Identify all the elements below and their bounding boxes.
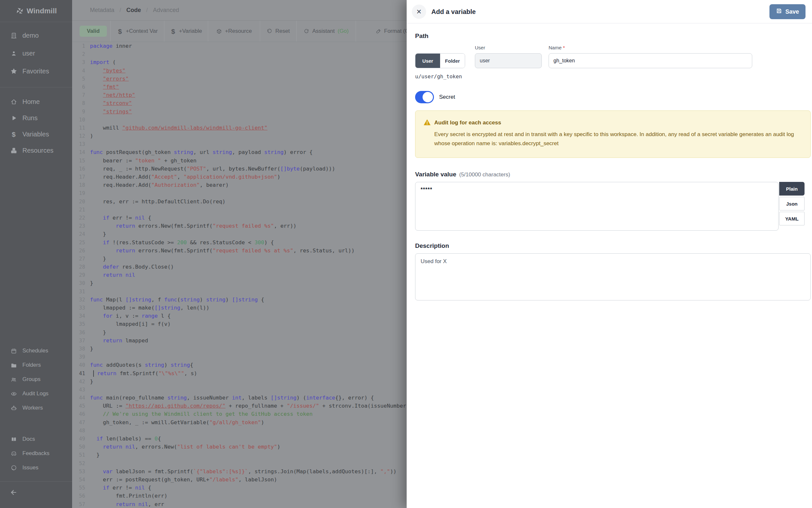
sidebar-item-label: Folders <box>23 362 41 368</box>
required-asterisk: * <box>563 45 565 50</box>
sidebar-item-feedbacks[interactable]: Feedbacks <box>0 446 72 461</box>
line-number: 40 <box>72 361 90 369</box>
line-number: 36 <box>72 329 90 337</box>
toolbar-button-label: Reset <box>275 28 290 34</box>
close-icon[interactable]: ✕ <box>412 5 426 19</box>
windmill-logo[interactable]: Windmill <box>0 0 72 22</box>
name-field-label: Name * <box>549 45 565 50</box>
sidebar-item-schedules[interactable]: Schedules <box>0 344 72 358</box>
toolbar-button-variable[interactable]: $+Variable <box>164 21 208 42</box>
toolbar-button-assistant[interactable]: Assistant (Go) <box>296 21 356 42</box>
sidebar-item-audit-logs[interactable]: Audit Logs <box>0 386 72 401</box>
line-number: 9 <box>72 108 90 116</box>
windmill-logo-icon <box>15 7 24 15</box>
sidebar-item-label: Home <box>23 98 40 105</box>
eye-icon <box>10 390 17 397</box>
sidebar-item-runs[interactable]: Runs <box>0 110 72 126</box>
line-number: 55 <box>72 484 90 492</box>
line-number: 30 <box>72 279 90 288</box>
sidebar-item-label: user <box>23 50 35 57</box>
line-number: 25 <box>72 239 90 247</box>
collapse-sidebar-button[interactable] <box>0 484 72 502</box>
sidebar-item-demo[interactable]: demo <box>0 27 72 44</box>
home-icon <box>10 98 17 105</box>
book-icon <box>10 435 17 443</box>
owner-kind-user-option[interactable]: User <box>416 54 440 68</box>
github-icon <box>10 464 17 472</box>
format-button-yaml[interactable]: YAML <box>779 212 805 225</box>
sidebar-workspace-group: demouserFavorites <box>0 27 72 80</box>
sidebar-item-favorites[interactable]: Favorites <box>0 62 72 80</box>
groups-icon <box>10 376 17 383</box>
variable-value-textarea[interactable] <box>415 182 778 230</box>
owner-input[interactable] <box>475 53 542 68</box>
line-number: 43 <box>72 386 90 394</box>
tab-code[interactable]: Code <box>126 7 141 14</box>
sidebar-item-label: Resources <box>23 147 54 154</box>
line-number: 41 <box>72 370 90 378</box>
sidebar-item-folders[interactable]: Folders <box>0 358 72 372</box>
toolbar-button-label: +Resource <box>225 28 252 34</box>
sidebar-item-home[interactable]: Home <box>0 93 72 110</box>
line-number: 52 <box>72 460 90 468</box>
toolbar-button-resource[interactable]: +Resource <box>208 21 260 42</box>
boxes-icon <box>10 146 17 154</box>
dollar-icon: $ <box>10 130 17 138</box>
line-number: 8 <box>72 99 90 108</box>
calendar-icon <box>10 347 17 355</box>
owner-kind-segmented-control: User Folder <box>415 53 465 68</box>
star-icon <box>10 68 17 75</box>
sidebar-item-label: Variables <box>23 131 49 138</box>
sidebar-item-label: Schedules <box>23 347 48 354</box>
line-number: 53 <box>72 468 90 476</box>
description-textarea[interactable] <box>415 253 811 300</box>
line-number: 37 <box>72 337 90 345</box>
format-button-plain[interactable]: Plain <box>779 182 805 196</box>
line-number: 47 <box>72 419 90 427</box>
format-button-json[interactable]: Json <box>779 197 805 210</box>
line-number: 6 <box>72 83 90 91</box>
value-format-buttons: PlainJsonYAML <box>779 182 805 227</box>
audit-log-warning: Audit log for each access Every secret i… <box>415 111 811 158</box>
line-number: 14 <box>72 149 90 157</box>
toolbar-button-reset[interactable]: Reset <box>260 21 296 42</box>
toolbar-button-label: Assistant <box>312 28 335 34</box>
sidebar-item-user[interactable]: user <box>0 44 72 62</box>
sidebar-admin-group: SchedulesFoldersGroupsAudit LogsWorkers <box>0 344 72 415</box>
sidebar-divider <box>0 481 72 482</box>
dollar-icon: $ <box>170 28 176 34</box>
owner-kind-folder-option[interactable]: Folder <box>440 54 465 68</box>
secret-toggle[interactable] <box>415 91 434 103</box>
save-button[interactable]: Save <box>769 4 806 19</box>
sidebar-item-label: Docs <box>23 436 35 442</box>
line-number: 33 <box>72 304 90 312</box>
tab-advanced[interactable]: Advanced <box>153 7 179 14</box>
sidebar-item-groups[interactable]: Groups <box>0 372 72 386</box>
add-variable-drawer: ✕ Add a variable Save Path User Name * U… <box>407 0 812 508</box>
line-number: 2 <box>72 50 90 58</box>
sidebar-item-issues[interactable]: Issues <box>0 461 72 475</box>
sidebar-item-docs[interactable]: Docs <box>0 432 72 446</box>
folder-icon <box>10 361 17 369</box>
drawer-title: Add a variable <box>431 0 476 24</box>
variable-name-input[interactable] <box>549 53 752 68</box>
secret-label: Secret <box>439 94 455 100</box>
character-count: (5/10000 characters) <box>459 171 510 178</box>
user-field-label: User <box>475 45 485 50</box>
line-number: 4 <box>72 67 90 75</box>
line-number: 27 <box>72 255 90 263</box>
discord-icon <box>10 450 17 457</box>
sidebar-item-workers[interactable]: Workers <box>0 401 72 415</box>
floppy-disk-icon <box>776 8 782 15</box>
line-number: 17 <box>72 173 90 181</box>
sidebar-item-resources[interactable]: Resources <box>0 142 72 159</box>
variable-value-heading: Variable value <box>415 171 456 178</box>
brush-icon <box>376 28 381 34</box>
tab-metadata[interactable]: Metadata <box>90 7 114 14</box>
sidebar-help-group: DocsFeedbacksIssues <box>0 432 72 475</box>
toolbar-button-context-var[interactable]: $+Context Var <box>111 21 164 42</box>
sidebar-item-variables[interactable]: $Variables <box>0 126 72 142</box>
toolbar-button-label: +Variable <box>179 28 202 34</box>
status-badge: Valid <box>80 26 107 37</box>
toolbar-button-label: +Context Var <box>126 28 158 34</box>
